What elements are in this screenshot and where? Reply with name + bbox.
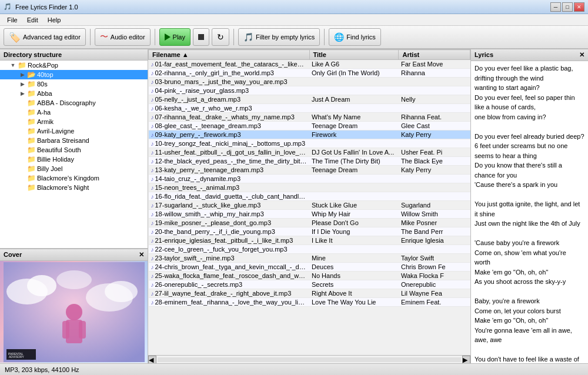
table-row[interactable]: ♪16-flo_rida_feat._david_guetta_-_club_c… <box>149 192 470 201</box>
table-row[interactable]: ♪10-trey_songz_feat._nicki_minaj_-_botto… <box>149 139 470 148</box>
table-row[interactable]: ♪25-waka_flocka_flame_feat._roscoe_dash_… <box>149 272 470 280</box>
table-row[interactable]: ♪08-glee_cast_-_teenage_dream.mp3Teenage… <box>149 122 470 130</box>
music-file-icon: ♪ <box>151 237 154 244</box>
audio-editor-button[interactable]: 〜 Audio editor <box>95 28 151 46</box>
tree-item-aha[interactable]: 📁 A-ha <box>0 108 148 117</box>
table-row[interactable]: ♪21-enrique_iglesias_feat._pitbull_-_i_l… <box>149 236 470 245</box>
tree-item-80s[interactable]: ▶ 📁 80s <box>0 79 148 89</box>
table-row[interactable]: ♪12-the_black_eyed_peas_-_the_time_the_d… <box>149 157 470 166</box>
table-row[interactable]: ♪01-far_east_movement_feat._the_cataracs… <box>149 60 470 69</box>
lyrics-close-icon[interactable]: ✕ <box>579 51 584 59</box>
table-row[interactable]: ♪05-nelly_-_just_a_dream.mp3Just A Dream… <box>149 95 470 104</box>
col-header-artist[interactable]: Artist <box>399 50 470 60</box>
scroll-right-btn[interactable]: ▶ <box>462 356 470 364</box>
folder-icon-aha: 📁 <box>27 108 36 116</box>
cell-filename: ♪25-waka_flocka_flame_feat._roscoe_dash_… <box>149 272 310 280</box>
cover-panel: Cover ✕ <box>0 249 148 363</box>
table-row[interactable]: ♪09-katy_perry_-_firework.mp3FireworkKat… <box>149 130 470 139</box>
col-header-filename[interactable]: Filename ▲ <box>149 50 310 60</box>
cell-title: Stuck Like Glue <box>309 201 399 210</box>
cover-close-icon[interactable]: ✕ <box>139 251 144 259</box>
tree-item-blackmore2[interactable]: 📁 Blackmore's Night <box>0 183 148 192</box>
table-row[interactable]: ♪18-willow_smith_-_whip_my_hair.mp3Whip … <box>149 210 470 219</box>
table-row[interactable]: ♪02-rihanna_-_only_girl_in_the_world.mp3… <box>149 69 470 78</box>
table-row[interactable]: ♪28-eminem_feat._rihanna_-_love_the_way_… <box>149 298 470 307</box>
tree-item-abba-disco[interactable]: 📁 ABBA - Discography <box>0 98 148 108</box>
filter-button[interactable]: 🎵 Filter by empty lyrics <box>238 28 320 46</box>
filter-icon: 🎵 <box>243 32 253 42</box>
cell-artist: Sugarland <box>399 201 470 210</box>
cell-artist <box>399 245 470 254</box>
find-lyrics-label: Find lyrics <box>346 34 376 41</box>
stop-button[interactable] <box>193 28 209 46</box>
tree-item-avril[interactable]: 📁 Avril-Lavigne <box>0 126 148 136</box>
table-row[interactable]: ♪23-taylor_swift_-_mine.mp3MineTaylor Sw… <box>149 254 470 263</box>
music-file-icon: ♪ <box>151 79 154 85</box>
col-header-title[interactable]: Title <box>309 50 399 60</box>
center-panel: Filename ▲ Title Artist ♪01-far_east_mov… <box>148 49 470 363</box>
table-row[interactable]: ♪27-lil_wayne_feat._drake_-_right_above_… <box>149 289 470 298</box>
directory-tree[interactable]: ▼ 📁 Rock&Pop ▶ 📂 40top ▶ 📁 80s <box>0 61 148 249</box>
table-row[interactable]: ♪19-mike_posner_-_please_dont_go.mp3Plea… <box>149 219 470 227</box>
filter-label: Filter by empty lyrics <box>256 34 315 41</box>
table-row[interactable]: ♪13-katy_perry_-_teenage_dream.mp3Teenag… <box>149 166 470 175</box>
table-row[interactable]: ♪14-taio_cruz_-_dynamite.mp3 <box>149 175 470 183</box>
table-row[interactable]: ♪20-the_band_perry_-_if_i_die_young.mp3I… <box>149 227 470 236</box>
table-row[interactable]: ♪04-pink_-_raise_your_glass.mp3 <box>149 86 470 95</box>
cell-artist: Rihanna Feat. <box>399 113 470 122</box>
music-file-icon: ♪ <box>151 290 154 297</box>
expander-40top[interactable]: ▶ <box>19 72 26 78</box>
tree-item-blackmore[interactable]: 📁 Blackmore's Kingdom <box>0 173 148 183</box>
music-file-icon: ♪ <box>151 70 154 76</box>
menu-edit[interactable]: Edit <box>22 15 43 25</box>
table-row[interactable]: ♪11-usher_feat._pitbull_-_dj_got_us_fall… <box>149 148 470 157</box>
tree-item-billy[interactable]: 📁 Billy Joel <box>0 164 148 173</box>
table-row[interactable]: ♪07-rihanna_feat._drake_-_whats_my_name.… <box>149 113 470 122</box>
scroll-left-btn[interactable]: ◀ <box>148 356 156 364</box>
folder-icon-80s: 📁 <box>27 80 36 88</box>
cell-artist: Taylor Swift <box>399 254 470 263</box>
cell-artist <box>399 139 470 148</box>
stop-icon <box>198 34 204 40</box>
table-row[interactable]: ♪03-bruno_mars_-_just_the_way_you_are.mp… <box>149 78 470 86</box>
tree-item-40top[interactable]: ▶ 📂 40top <box>0 70 148 79</box>
table-row[interactable]: ♪15-neon_trees_-_animal.mp3 <box>149 183 470 192</box>
tree-item-beautiful[interactable]: 📁 Beautiful South <box>0 145 148 155</box>
menu-file[interactable]: File <box>2 15 22 25</box>
tree-item-billie[interactable]: 📁 Billie Holiday <box>0 155 148 164</box>
table-row[interactable]: ♪06-kesha_-_we_r_who_we_r.mp3 <box>149 104 470 113</box>
h-scrollbar[interactable]: ◀ ▶ <box>148 355 470 363</box>
menu-help[interactable]: Help <box>43 15 66 25</box>
table-row[interactable]: ♪24-chris_brown_feat._tyga_and_kevin_mcc… <box>149 263 470 272</box>
tree-item-rock[interactable]: ▼ 📁 Rock&Pop <box>0 61 148 70</box>
table-row[interactable]: ♪17-sugarland_-_stuck_like_glue.mp3Stuck… <box>149 201 470 210</box>
music-file-icon: ♪ <box>151 132 154 138</box>
cell-filename: ♪06-kesha_-_we_r_who_we_r.mp3 <box>149 104 310 113</box>
file-table[interactable]: Filename ▲ Title Artist ♪01-far_east_mov… <box>148 49 470 355</box>
cell-artist: Willow Smith <box>399 210 470 219</box>
tree-item-abba[interactable]: ▶ 📁 Abba <box>0 89 148 98</box>
table-row[interactable]: ♪22-cee_lo_green_-_fuck_you_forget_you.m… <box>149 245 470 254</box>
refresh-button[interactable]: ↻ <box>212 28 229 46</box>
expander-rock[interactable]: ▼ <box>9 62 16 68</box>
play-button[interactable]: Play <box>159 28 191 46</box>
cell-artist: Rihanna <box>399 69 470 78</box>
tree-item-armik[interactable]: 📁 Armik <box>0 117 148 126</box>
tree-item-barbara[interactable]: 📁 Barbara Streisand <box>0 136 148 145</box>
folder-icon-abba-disco: 📁 <box>27 99 36 107</box>
table-row[interactable]: ♪26-onerepublic_-_secrets.mp3SecretsOner… <box>149 280 470 289</box>
expander-abba[interactable]: ▶ <box>19 91 26 96</box>
cell-title: Love The Way You Lie <box>309 298 399 307</box>
tag-editor-button[interactable]: 🏷️ Advanced tag editor <box>4 28 86 46</box>
cell-artist: Nelly <box>399 95 470 104</box>
close-button[interactable]: ✕ <box>574 2 584 12</box>
cell-title: Like A G6 <box>309 60 399 69</box>
maximize-button[interactable]: □ <box>562 2 573 12</box>
svg-point-4 <box>105 281 138 302</box>
expander-80s[interactable]: ▶ <box>19 81 26 87</box>
cell-filename: ♪04-pink_-_raise_your_glass.mp3 <box>149 86 310 95</box>
find-lyrics-button[interactable]: 🌐 Find lyrics <box>329 28 381 46</box>
svg-point-2 <box>27 275 56 296</box>
minimize-button[interactable]: ─ <box>550 2 561 12</box>
cell-artist: Eminem Feat. <box>399 298 470 307</box>
